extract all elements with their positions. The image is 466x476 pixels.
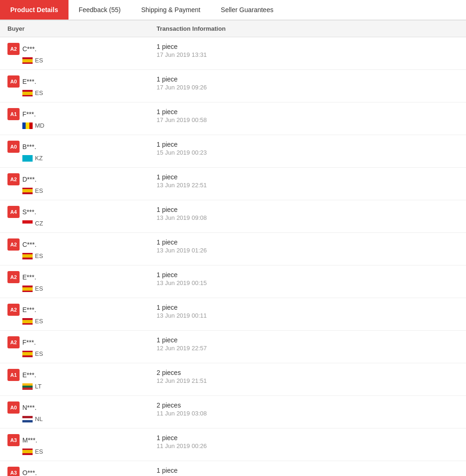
country-row-12: ES [22,448,157,455]
flag-icon-3 [22,155,33,162]
avatar-10: A1 [7,369,20,381]
country-code-0: ES [35,57,43,64]
transaction-col-0: 1 piece17 Jun 2019 13:31 [157,43,459,58]
buyer-col-4: A2D***.ES [7,173,157,194]
country-code-9: ES [35,350,43,357]
table-row: A0E***.ES1 piece17 Jun 2019 09:26 [0,70,466,102]
table-row: A3M***.ES1 piece11 Jun 2019 00:26 [0,428,466,461]
tx-date-3: 15 Jun 2019 00:23 [157,149,459,156]
country-code-7: ES [35,285,43,292]
buyer-name-13[interactable]: O***. [22,469,37,476]
tab-feedback[interactable]: Feedback (55) [69,0,131,20]
table-row: A2C***.ES1 piece13 Jun 2019 01:26 [0,233,466,265]
buyer-name-0[interactable]: C***. [22,45,36,53]
flag-icon-10 [22,383,33,390]
avatar-12: A3 [7,434,20,446]
buyer-top-13: A3O***. [7,467,157,476]
country-row-6: ES [22,252,157,259]
tx-pieces-9: 1 piece [157,336,459,344]
avatar-11: A0 [7,401,20,414]
table-row: A3O***.IL1 piece10 Jun 2019 01:47 [0,461,466,476]
buyer-name-7[interactable]: E***. [22,273,36,281]
flag-icon-8 [22,318,33,325]
buyer-top-12: A3M***. [7,434,157,446]
buyer-name-9[interactable]: F***. [22,339,36,346]
country-row-5: CZ [22,220,157,227]
buyer-name-6[interactable]: C***. [22,241,36,248]
buyer-name-4[interactable]: D***. [22,176,36,183]
avatar-6: A2 [7,238,20,251]
flag-icon-2 [22,122,33,129]
country-row-1: ES [22,89,157,96]
buyer-col-6: A2C***.ES [7,238,157,259]
buyer-col-3: A0B***.KZ [7,141,157,162]
transaction-col-4: 1 piece13 Jun 2019 22:51 [157,173,459,189]
buyer-name-5[interactable]: S***. [22,208,36,216]
buyer-col-7: A2E***.ES [7,271,157,292]
country-code-8: ES [35,318,43,325]
tx-date-9: 12 Jun 2019 22:57 [157,345,459,352]
buyer-top-9: A2F***. [7,336,157,348]
buyer-name-3[interactable]: B***. [22,143,36,150]
country-row-11: NL [22,415,157,422]
flag-icon-0 [22,57,33,64]
transaction-col-1: 1 piece17 Jun 2019 09:26 [157,75,459,91]
buyer-name-10[interactable]: E***. [22,371,36,379]
buyer-name-1[interactable]: E***. [22,78,36,85]
buyer-top-8: A2E***. [7,304,157,316]
country-row-8: ES [22,318,157,325]
buyer-name-11[interactable]: N***. [22,404,36,411]
tab-seller[interactable]: Seller Guarantees [211,0,284,20]
buyer-name-12[interactable]: M***. [22,436,37,444]
country-row-4: ES [22,187,157,194]
table-row: A2E***.ES1 piece13 Jun 2019 00:11 [0,298,466,331]
country-row-7: ES [22,285,157,292]
transaction-col-7: 1 piece13 Jun 2019 00:15 [157,271,459,286]
feedback-rows: A2C***.ES1 piece17 Jun 2019 13:31A0E***.… [0,37,466,476]
table-row: A1E***.LT2 pieces12 Jun 2019 21:51 [0,363,466,396]
tx-date-5: 13 Jun 2019 09:08 [157,214,459,221]
country-code-12: ES [35,448,43,455]
table-row: A0N***.NL2 pieces11 Jun 2019 03:08 [0,396,466,428]
avatar-7: A2 [7,271,20,283]
tx-pieces-0: 1 piece [157,43,459,50]
transaction-col-8: 1 piece13 Jun 2019 00:11 [157,304,459,319]
transaction-col-9: 1 piece12 Jun 2019 22:57 [157,336,459,352]
tx-pieces-5: 1 piece [157,206,459,213]
buyer-top-5: A4S***. [7,206,157,218]
tx-date-1: 17 Jun 2019 09:26 [157,84,459,91]
buyer-top-1: A0E***. [7,75,157,88]
buyer-col-2: A1F***.MD [7,108,157,129]
buyer-top-2: A1F***. [7,108,157,120]
tab-product-details[interactable]: Product Details [0,0,69,20]
avatar-1: A0 [7,75,20,88]
buyer-col-11: A0N***.NL [7,401,157,422]
country-code-5: CZ [35,220,43,227]
avatar-2: A1 [7,108,20,120]
tx-pieces-6: 1 piece [157,238,459,246]
avatar-8: A2 [7,304,20,316]
col-transaction-header: Transaction Information [157,25,459,32]
tx-pieces-2: 1 piece [157,108,459,116]
country-row-2: MD [22,122,157,129]
table-row: A0B***.KZ1 piece15 Jun 2019 00:23 [0,135,466,168]
buyer-name-8[interactable]: E***. [22,306,36,313]
tab-bar: Product DetailsFeedback (55)Shipping & P… [0,0,466,20]
flag-icon-12 [22,449,33,455]
tx-pieces-8: 1 piece [157,304,459,311]
country-row-10: LT [22,383,157,390]
avatar-5: A4 [7,206,20,218]
buyer-col-8: A2E***.ES [7,304,157,325]
flag-icon-11 [22,416,33,422]
tx-date-2: 17 Jun 2019 00:58 [157,116,459,123]
transaction-col-6: 1 piece13 Jun 2019 01:26 [157,238,459,254]
tab-shipping[interactable]: Shipping & Payment [131,0,211,20]
tx-date-12: 11 Jun 2019 00:26 [157,442,459,449]
tx-date-8: 13 Jun 2019 00:11 [157,312,459,319]
transaction-col-13: 1 piece10 Jun 2019 01:47 [157,467,459,476]
transaction-col-3: 1 piece15 Jun 2019 00:23 [157,141,459,156]
table-row: A2F***.ES1 piece12 Jun 2019 22:57 [0,331,466,363]
buyer-top-11: A0N***. [7,401,157,414]
country-row-0: ES [22,57,157,64]
buyer-name-2[interactable]: F***. [22,110,36,118]
